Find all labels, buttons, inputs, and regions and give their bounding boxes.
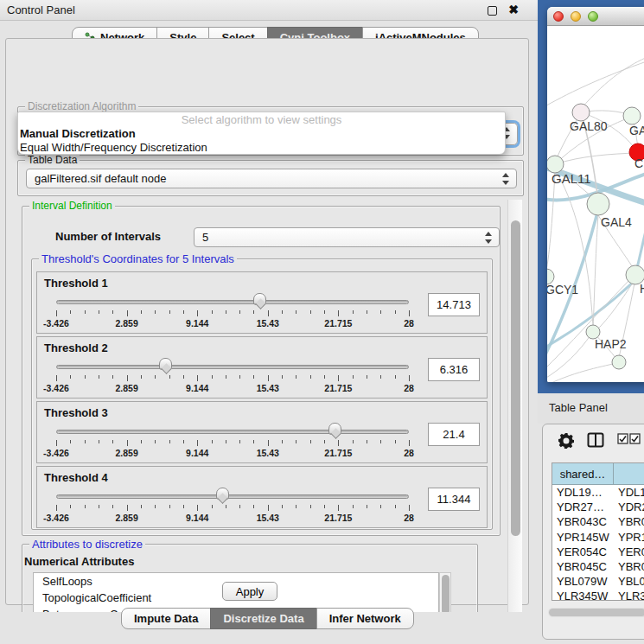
slider-thumb[interactable]	[159, 358, 172, 372]
slider-track[interactable]	[56, 430, 409, 434]
number-of-intervals-label: Number of Intervals	[55, 230, 161, 243]
slider-track[interactable]	[56, 365, 409, 369]
table-row[interactable]: YBR043C YBR0	[552, 514, 644, 529]
slider-thumb[interactable]	[328, 423, 341, 437]
table-row[interactable]: YLR345W YLR3	[552, 589, 644, 601]
tab-infer-network[interactable]: Infer Network	[316, 608, 414, 629]
checkbox-icon-1[interactable]	[617, 432, 628, 448]
network-node[interactable]	[623, 107, 641, 124]
slider-tick	[169, 310, 170, 314]
threshold-row-2: Threshold 2 -3.4262.8599.14415.4321.7152…	[36, 336, 488, 399]
node-label: GA	[629, 124, 644, 137]
table-panel-title: Table Panel	[549, 401, 608, 414]
slider-tick	[226, 440, 226, 443]
slider-track[interactable]	[56, 300, 409, 304]
algorithm-dropdown-popup: Select algorithm to view settings Manual…	[17, 112, 506, 155]
slider-tick-label: 9.144	[186, 513, 208, 523]
table-row[interactable]: YDR27… YDR2	[552, 500, 644, 514]
slider-tick	[282, 505, 283, 508]
slider-tick	[183, 440, 184, 443]
network-canvas[interactable]: GAL80GACGAL11GAL4GCY1HHAP2	[547, 26, 644, 382]
list-scrollbar-thumb[interactable]	[442, 575, 450, 612]
float-icon[interactable]	[488, 6, 497, 16]
table-row[interactable]: YER054C YER0	[552, 545, 644, 559]
slider-tick	[155, 310, 156, 314]
dropdown-item-equal-width-frequency-discretization[interactable]: Equal Width/Frequency Discretization	[20, 141, 207, 154]
network-window-titlebar[interactable]	[547, 7, 644, 26]
slider-tick	[380, 440, 381, 443]
threshold-value-field[interactable]: 6.316	[428, 358, 480, 381]
network-node[interactable]	[572, 104, 590, 121]
slider-tick	[141, 505, 142, 508]
tab-discretize-data[interactable]: Discretize Data	[210, 608, 316, 629]
combo-arrows-icon	[502, 172, 510, 186]
slider-tick	[282, 310, 283, 314]
split-view-icon[interactable]	[587, 432, 604, 451]
slider-tick	[282, 375, 283, 379]
column-header-shared[interactable]: shared…	[552, 463, 614, 484]
node-label: HAP2	[595, 337, 627, 351]
gear-icon[interactable]	[558, 432, 575, 453]
node-label: GAL11	[552, 171, 591, 186]
slider-tick-label: 2.859	[115, 383, 137, 393]
slider-thumb[interactable]	[253, 293, 266, 307]
zoom-light-icon[interactable]	[588, 11, 598, 22]
threshold-slider-2[interactable]: -3.4262.8599.14415.4321.71528	[56, 337, 409, 398]
node-label: H	[640, 282, 644, 296]
slider-tick	[338, 310, 339, 316]
slider-tick	[409, 505, 410, 511]
slider-tick	[324, 375, 325, 379]
threshold-value-field[interactable]: 21.4	[428, 423, 480, 446]
threshold-slider-3[interactable]: -3.4262.8599.14415.4321.71528	[56, 402, 409, 462]
combo-arrows-icon	[485, 231, 493, 245]
group-title-interval: Interval Definition	[29, 200, 115, 212]
slider-tick	[85, 505, 86, 508]
vertical-scrollbar[interactable]	[507, 200, 522, 612]
slider-tick	[70, 375, 71, 379]
slider-tick	[183, 375, 184, 379]
table-row[interactable]: YDL19… YDL1	[552, 485, 644, 500]
node-label: C	[634, 156, 643, 170]
slider-tick	[239, 310, 240, 314]
slider-thumb[interactable]	[216, 488, 229, 501]
threshold-value-field[interactable]: 14.713	[428, 293, 480, 316]
close-light-icon[interactable]	[553, 11, 564, 22]
threshold-value-field[interactable]: 11.344	[428, 488, 480, 511]
content-panel: Discretization Algorithm Select algorith…	[5, 38, 529, 605]
vertical-scrollbar-thumb[interactable]	[511, 220, 520, 536]
horizontal-scrollbar[interactable]	[548, 608, 644, 617]
slider-tick	[296, 440, 296, 443]
horizontal-scrollbar-thumb[interactable]	[549, 609, 644, 616]
dropdown-item-manual-discretization[interactable]: Manual Discretization	[20, 127, 136, 140]
table-row[interactable]: YBL079W YBL0	[552, 574, 644, 589]
apply-button[interactable]: Apply	[222, 582, 277, 601]
slider-tick	[353, 310, 354, 314]
list-scrollbar[interactable]	[439, 572, 451, 612]
network-node[interactable]	[587, 193, 609, 215]
minimize-light-icon[interactable]	[571, 11, 581, 22]
slider-tick-label: 21.715	[324, 448, 352, 458]
network-node[interactable]	[612, 355, 626, 369]
slider-track[interactable]	[56, 494, 409, 499]
node-label: GCY1	[547, 283, 578, 296]
network-graph: GAL80GACGAL11GAL4GCY1HHAP2	[547, 26, 644, 382]
slider-tick	[367, 375, 367, 379]
network-desktop: GAL80GACGAL11GAL4GCY1HHAP2	[538, 0, 644, 393]
number-of-intervals-combo[interactable]: 5	[194, 227, 500, 247]
tab-impute-data[interactable]: Impute Data	[121, 608, 211, 629]
slider-tick	[169, 505, 170, 508]
threshold-slider-1[interactable]: -3.4262.8599.14415.4321.71528	[56, 272, 409, 333]
table-row[interactable]: YBR045C YBR0	[552, 559, 644, 574]
slider-tick	[296, 310, 296, 314]
threshold-slider-4[interactable]: -3.4262.8599.14415.4321.71528	[56, 467, 409, 527]
slider-tick	[282, 440, 283, 443]
table-row[interactable]: YPR145W YPR1	[552, 530, 644, 545]
checkbox-icon-2[interactable]	[629, 432, 641, 448]
column-header-name[interactable]: n	[614, 463, 644, 484]
network-node[interactable]	[547, 156, 564, 173]
table-header-row: shared… n	[552, 463, 644, 485]
slider-tick	[239, 440, 240, 443]
slider-tick	[155, 440, 156, 443]
table-data-combo[interactable]: galFiltered.sif default node	[26, 169, 517, 188]
close-icon[interactable]: ✖	[508, 3, 519, 16]
